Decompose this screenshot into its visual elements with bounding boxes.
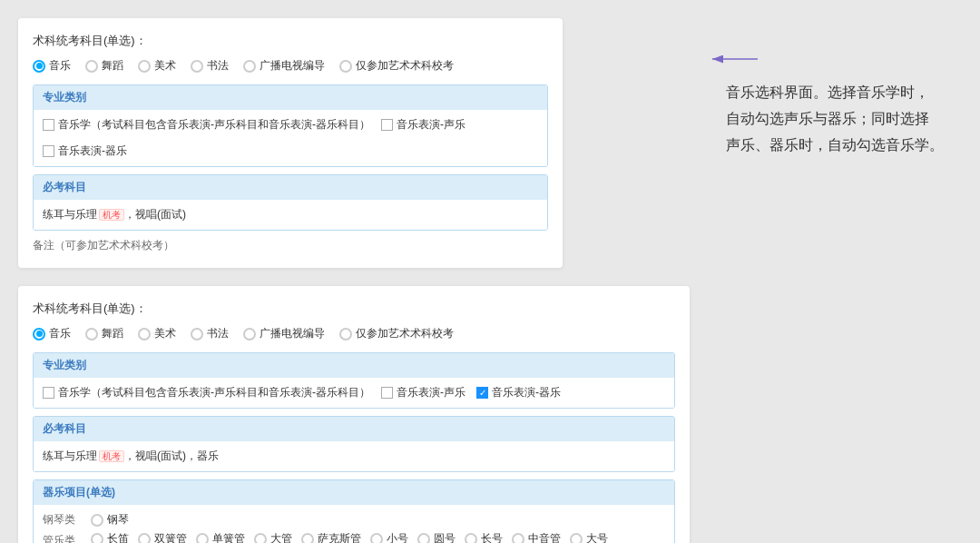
- radio-only-school-1[interactable]: 仅参加艺术术科校考: [339, 58, 454, 74]
- card1-specialty-section: 专业类别 音乐学（考试科目包含音乐表演-声乐科目和音乐表演-器乐科目） 音乐表演…: [33, 84, 548, 167]
- radio-music-2[interactable]: 音乐: [33, 326, 71, 341]
- card-1: 术科统考科目(单选)： 音乐 舞蹈 美术 书法: [18, 18, 563, 268]
- card1-note: 备注（可参加艺术术科校考）: [33, 238, 548, 253]
- cb-vocal-1[interactable]: 音乐表演-声乐: [381, 117, 466, 133]
- radio-piano[interactable]: 钢琴: [91, 512, 129, 528]
- radio-calligraphy-1[interactable]: 书法: [191, 58, 229, 74]
- required-tag-2: 机考: [99, 450, 124, 462]
- card2-instruments-body: 钢琴类 钢琴 管乐类 长笛 双簧管 单簧管 大管: [34, 505, 674, 543]
- radio-circle-art-1: [138, 60, 151, 73]
- radio-clarinet[interactable]: 单簧管: [196, 531, 245, 543]
- radio-circle-art-2: [138, 328, 151, 341]
- cb-box-vocal-1: [381, 119, 393, 131]
- radio-art-2[interactable]: 美术: [138, 326, 176, 341]
- card1-specialty-body: 音乐学（考试科目包含音乐表演-声乐科目和音乐表演-器乐科目） 音乐表演-声乐 音…: [34, 110, 547, 166]
- card2-radio-group: 音乐 舞蹈 美术 书法 广播电视编导: [33, 326, 675, 341]
- radio-midtone[interactable]: 中音管: [512, 531, 561, 543]
- radio-horn[interactable]: 圆号: [417, 531, 456, 543]
- radio-trumpet[interactable]: 小号: [370, 531, 408, 543]
- instrument-row-piano: 钢琴类 钢琴: [43, 512, 665, 528]
- annotation-panel: 音乐选科界面。选择音乐学时， 自动勾选声乐与器乐；同时选择 声乐、器乐时，自动勾…: [708, 18, 962, 543]
- radio-circle-only-school-1: [339, 60, 352, 73]
- cb-box-instrument-1: [43, 145, 54, 157]
- cb-vocal-2[interactable]: 音乐表演-声乐: [381, 385, 466, 400]
- radio-dance-2[interactable]: 舞蹈: [85, 326, 123, 341]
- radio-bassoon[interactable]: 大管: [254, 531, 292, 543]
- card2-instruments-section: 器乐项目(单选) 钢琴类 钢琴 管乐类 长笛: [33, 479, 675, 543]
- card1-radio-group: 音乐 舞蹈 美术 书法 广播电视编导: [33, 58, 548, 74]
- radio-only-school-2[interactable]: 仅参加艺术术科校考: [339, 326, 454, 341]
- arrow-icon: [708, 45, 762, 73]
- card1-required-body: 练耳与乐理机考，视唱(面试): [34, 200, 547, 230]
- card1-specialty-header: 专业类别: [34, 85, 547, 110]
- card1-section-title: 术科统考科目(单选)：: [33, 33, 548, 49]
- radio-circle-broadcast-1: [243, 60, 256, 73]
- radio-broadcast-1[interactable]: 广播电视编导: [243, 58, 325, 74]
- card2-required-body: 练耳与乐理机考，视唱(面试)，器乐: [34, 441, 674, 471]
- radio-art-1[interactable]: 美术: [138, 58, 176, 74]
- cb-box-music-learn-1: [43, 119, 54, 131]
- card2-required-section: 必考科目 练耳与乐理机考，视唱(面试)，器乐: [33, 416, 675, 472]
- radio-trombone[interactable]: 长号: [465, 531, 503, 543]
- cb-music-learn-2[interactable]: 音乐学（考试科目包含音乐表演-声乐科目和音乐表演-器乐科目）: [43, 385, 370, 400]
- card1-required-header: 必考科目: [34, 175, 547, 200]
- card1-specialty-checkboxes: 音乐学（考试科目包含音乐表演-声乐科目和音乐表演-器乐科目） 音乐表演-声乐 音…: [43, 117, 538, 159]
- card2-specialty-checkboxes: 音乐学（考试科目包含音乐表演-声乐科目和音乐表演-器乐科目） 音乐表演-声乐 音…: [43, 385, 665, 400]
- annotation-text: 音乐选科界面。选择音乐学时， 自动勾选声乐与器乐；同时选择 声乐、器乐时，自动勾…: [726, 80, 962, 158]
- card2-instruments-header: 器乐项目(单选): [34, 480, 674, 505]
- card2-required-header: 必考科目: [34, 417, 674, 441]
- instrument-row-wind: 管乐类 长笛 双簧管 单簧管 大管 萨克斯管 小号 圆号 长号 中音管 大号: [43, 531, 665, 543]
- radio-circle-music-1: [33, 60, 45, 73]
- cb-music-learn-1[interactable]: 音乐学（考试科目包含音乐表演-声乐科目和音乐表演-器乐科目）: [43, 117, 370, 133]
- radio-broadcast-2[interactable]: 广播电视编导: [243, 326, 325, 341]
- radio-circle-calligraphy-1: [191, 60, 203, 73]
- radio-calligraphy-2[interactable]: 书法: [191, 326, 229, 341]
- cb-instrument-2[interactable]: 音乐表演-器乐: [476, 385, 561, 400]
- cb-box-music-learn-2: [43, 387, 54, 399]
- radio-oboe[interactable]: 双簧管: [138, 531, 187, 543]
- card2-specialty-section: 专业类别 音乐学（考试科目包含音乐表演-声乐科目和音乐表演-器乐科目） 音乐表演…: [33, 352, 675, 409]
- radio-dance-1[interactable]: 舞蹈: [85, 58, 123, 74]
- cb-box-instrument-2: [476, 387, 488, 399]
- cb-instrument-1[interactable]: 音乐表演-器乐: [43, 143, 127, 159]
- radio-music-1[interactable]: 音乐: [33, 58, 71, 74]
- radio-circle-dance-2: [85, 328, 98, 341]
- radio-tuba[interactable]: 大号: [570, 531, 608, 543]
- card1-required-section: 必考科目 练耳与乐理机考，视唱(面试): [33, 174, 548, 231]
- cb-box-vocal-2: [381, 387, 393, 399]
- radio-circle-only-school-2: [339, 328, 352, 341]
- card2-section-title: 术科统考科目(单选)：: [33, 301, 675, 317]
- radio-circle-calligraphy-2: [191, 328, 203, 341]
- card-2: 术科统考科目(单选)： 音乐 舞蹈 美术 书法: [18, 286, 690, 543]
- card2-specialty-body: 音乐学（考试科目包含音乐表演-声乐科目和音乐表演-器乐科目） 音乐表演-声乐 音…: [34, 378, 674, 408]
- radio-circle-music-2: [33, 328, 45, 341]
- radio-circle-dance-1: [85, 60, 98, 73]
- radio-circle-broadcast-2: [243, 328, 256, 341]
- radio-flute[interactable]: 长笛: [91, 531, 129, 543]
- required-tag-1: 机考: [99, 209, 124, 221]
- radio-saxophone[interactable]: 萨克斯管: [301, 531, 361, 543]
- card2-specialty-header: 专业类别: [34, 353, 674, 378]
